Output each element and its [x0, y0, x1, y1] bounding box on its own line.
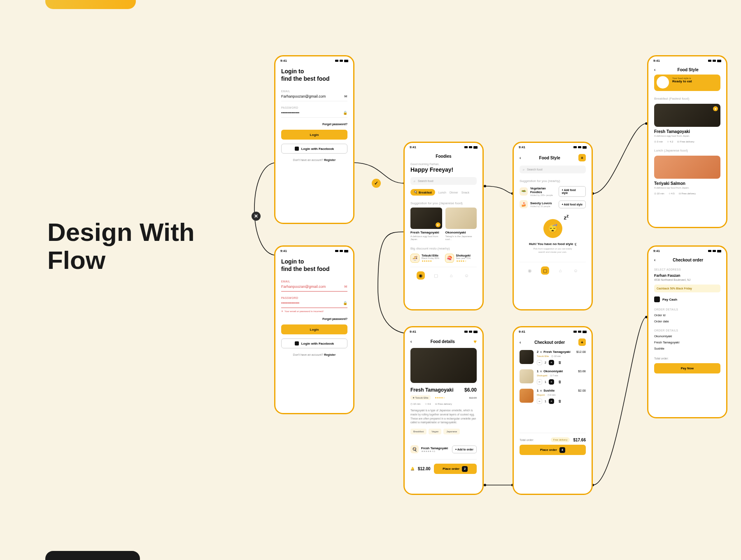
search-input[interactable]: ⌕Search food [520, 166, 586, 173]
minus-button[interactable]: − [537, 360, 542, 365]
screen-food-details: 9:41 ‹ Food details ♥ Fresh Tamagoyaki $… [403, 326, 484, 495]
screen-title: Checkout order [534, 340, 565, 345]
screen-title: Checkout order [673, 258, 703, 262]
screen-home: 9:41 Foodies Good morning Farhan, Happy … [403, 142, 484, 310]
tab-user-icon[interactable]: ☺ [462, 271, 471, 280]
total-label: Total order: [654, 357, 720, 360]
food-image[interactable] [654, 156, 720, 179]
food-card[interactable]: ♥ Fresh TamagoyakiA delicious egg food f… [410, 208, 442, 241]
seller-link[interactable]: ★ Totsuki Elite [410, 395, 431, 400]
forgot-link[interactable]: Forget password? [281, 317, 347, 320]
dish-title: Teriyaki Salmon [654, 181, 720, 186]
back-icon[interactable]: ‹ [520, 340, 521, 345]
back-icon[interactable]: ‹ [520, 156, 521, 160]
bell-icon[interactable]: 🔔 [410, 467, 415, 471]
screen-title: Food details [431, 339, 455, 344]
plus-button[interactable]: + [549, 360, 554, 365]
password-field[interactable]: ••••••••••••••🔒 [281, 299, 347, 308]
trash-icon[interactable]: 🗑 [558, 361, 562, 364]
email-field[interactable]: Farhanpoozan@gmail.com✉ [281, 283, 347, 292]
place-order-button[interactable]: Place order4 [520, 445, 586, 455]
food-card[interactable]: OkonomiyakiTakagi's is the Japanese cool… [445, 208, 477, 241]
forgot-link[interactable]: Forget password? [281, 123, 347, 126]
add-button[interactable]: + [578, 338, 586, 346]
tab-user-icon[interactable]: ☺ [571, 266, 580, 275]
statusbar: 9:41 [648, 247, 726, 254]
plus-button[interactable]: + [549, 379, 554, 385]
clock-icon: ◷ 10 min [410, 402, 421, 405]
add-to-order-button[interactable]: + Add to order [452, 446, 477, 453]
tag[interactable]: Breakfast [410, 429, 426, 434]
back-icon[interactable]: ‹ [654, 68, 655, 72]
free-delivery-badge: Free delivery [551, 437, 570, 442]
back-icon[interactable]: ‹ [654, 258, 655, 262]
food-thumb [520, 389, 534, 403]
pay-now-button[interactable]: Pay Now [654, 363, 720, 373]
chip-breakfast[interactable]: 🍳Breakfast [410, 189, 435, 196]
empty-subtitle: Pick from suggestion or you can easilyse… [520, 247, 586, 254]
order-item: 1 x Okonomiyaki$3.66 Shokugeki◷ 7 min −1… [520, 369, 586, 385]
tab-home-icon[interactable]: ◉ [417, 271, 425, 280]
chip-snack[interactable]: Snack [461, 191, 469, 194]
flow-badge-success: ✓ [372, 179, 381, 188]
food-thumb [520, 350, 534, 364]
tab-grid-icon[interactable]: ▢ [432, 271, 440, 280]
chip-lunch[interactable]: Lunch [438, 191, 446, 194]
login-heading: Login tofind the best food [281, 68, 347, 82]
screen-title: Food Style [539, 156, 560, 160]
lock-icon: 🔒 [343, 301, 347, 305]
login-facebook-button[interactable]: Login with Facebook [281, 144, 347, 154]
address-line: 4536 Northwest Boulevard, NJ [654, 278, 720, 281]
tab-house-icon[interactable]: ⌂ [556, 266, 564, 275]
dish-price: $6.00 [464, 387, 477, 393]
card-icon [654, 296, 660, 302]
tab-house-icon[interactable]: ⌂ [447, 271, 455, 280]
trash-icon[interactable]: 🗑 [558, 399, 562, 403]
register-link[interactable]: Don't have an account? Register [281, 353, 347, 356]
login-button[interactable]: Login [281, 130, 347, 140]
section-suggestion: Suggestion for you (Japanese food) [410, 201, 477, 205]
login-button[interactable]: Login [281, 324, 347, 334]
tag[interactable]: Vegan [429, 429, 441, 434]
login-facebook-button[interactable]: Login with Facebook [281, 338, 347, 348]
order-item: 1 x Sushite$2.00 Megumi◷ 3 min −1+🗑 [520, 389, 586, 404]
back-icon[interactable]: ‹ [410, 339, 412, 344]
suggestion-item[interactable]: 🥗Vegetarian FoodiesAdded by 200+ people … [520, 186, 586, 197]
search-input[interactable]: ⌕Search food [410, 177, 477, 185]
food-image[interactable]: ♥ [654, 104, 720, 127]
heart-icon[interactable]: ♥ [436, 222, 440, 227]
screen-checkout: 9:41 ‹ Checkout order + 2 x Fresh Tamago… [513, 326, 593, 495]
trash-icon[interactable]: 🗑 [558, 380, 562, 384]
heart-icon[interactable]: ♥ [473, 338, 477, 345]
pay-method[interactable]: Pay Cash [654, 296, 720, 302]
tab-grid-icon[interactable]: ▢ [541, 266, 549, 275]
email-field[interactable]: Farhanpoozan@gmail.com✉ [281, 93, 347, 101]
resto-card[interactable]: 🍣 ShokugekiNew year 70%★★★★☆ [445, 254, 477, 263]
place-order-button[interactable]: Place order2 [434, 464, 477, 474]
heart-icon[interactable]: ♥ [713, 106, 718, 111]
search-icon: ⌕ [414, 180, 415, 182]
tag[interactable]: Japanese [443, 429, 460, 434]
rating: ★★★★☆ [435, 396, 445, 399]
add-button[interactable]: + [578, 154, 586, 161]
minus-button[interactable]: − [537, 379, 542, 385]
chip-dinner[interactable]: Dinner [450, 191, 458, 194]
statusbar: 9:41 [275, 56, 353, 63]
page-title: Design With Flow [47, 218, 195, 274]
password-field[interactable]: ••••••••••••••🔒 [281, 109, 347, 118]
resto-card[interactable]: 🍜 Totsuki EliteBlack Friday 80%★★★★★ [410, 254, 443, 263]
greeting-big: Happy Freeyay! [410, 166, 477, 173]
facebook-icon [295, 341, 299, 345]
footer-total: $12.00 [418, 467, 431, 471]
add-food-style-button[interactable]: + Add food style [559, 201, 586, 208]
add-food-style-button[interactable]: + Add food style [559, 186, 586, 197]
minus-button[interactable]: − [537, 399, 542, 404]
order-details-heading: ORDER DETAILS [654, 308, 720, 311]
register-link[interactable]: Don't have an account? Register [281, 159, 347, 161]
greeting-small: Good morning Farhan, [410, 163, 477, 166]
tab-home-icon[interactable]: ◉ [526, 266, 534, 275]
decor-pill-black [45, 551, 140, 560]
suggestion-item[interactable]: 🍰Sweety LoversAdded by 10 people + Add f… [520, 200, 586, 208]
order-id-label: Order Id [654, 313, 666, 317]
plus-button[interactable]: + [549, 399, 554, 404]
